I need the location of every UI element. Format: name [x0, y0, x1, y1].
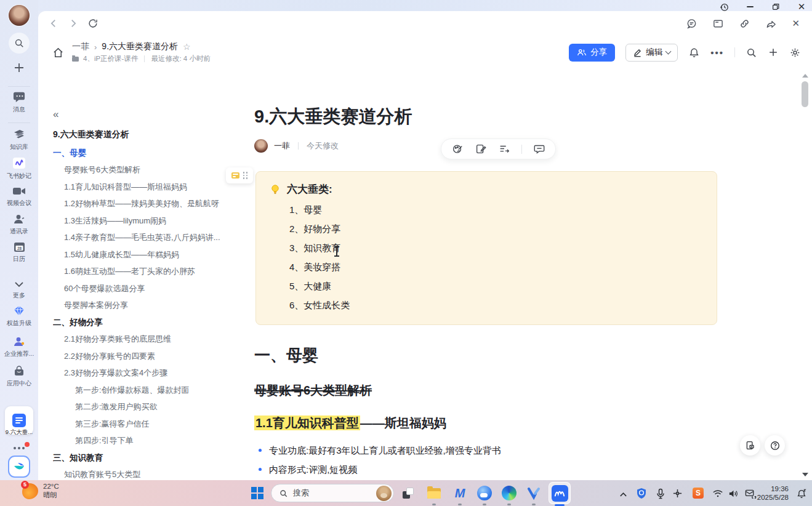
microphone-icon[interactable] — [656, 488, 665, 499]
author-name[interactable]: 一菲 — [274, 140, 290, 151]
browser-app-button[interactable] — [476, 485, 492, 501]
scrollbar-thumb[interactable] — [802, 81, 808, 107]
outline-item[interactable]: 1.5幼儿健康成长型——年糕妈妈 — [53, 246, 243, 263]
outline-title[interactable]: 9.六大垂类赛道分析 — [53, 129, 243, 140]
collapse-outline-icon[interactable]: « — [53, 108, 65, 121]
bullet-item[interactable]: 专业功底:最好有3年以上育儿或者职业经验,增强专业背书 — [259, 441, 812, 460]
outline-list-icon[interactable] — [498, 143, 510, 155]
plus-icon[interactable] — [768, 47, 779, 58]
outline-item[interactable]: 三、知识教育 — [53, 449, 243, 467]
rail-item-wiki[interactable]: 知识库 — [0, 129, 38, 151]
rail-item-messages[interactable]: 消息 — [0, 90, 38, 114]
forward-icon[interactable] — [68, 18, 79, 29]
outline-item[interactable]: 母婴脚本案例分享 — [53, 297, 243, 315]
outline-item[interactable]: 1.1育儿知识科普型——斯坦福妈妈 — [53, 179, 243, 196]
outline-item[interactable]: 1.6萌娃互动型——老丁头家的小胖苏 — [53, 263, 243, 281]
bullet-item[interactable]: 内容形式:评测,短视频 — [259, 460, 812, 479]
section-heading[interactable]: 一、母婴 — [254, 345, 812, 366]
h3-heading[interactable]: 1.1育儿知识科普型——斯坦福妈妈 — [254, 415, 812, 432]
mail-sync-icon[interactable] — [745, 488, 757, 499]
comments-icon[interactable] — [686, 18, 697, 30]
rail-more-apps[interactable] — [0, 441, 38, 453]
help-button[interactable] — [765, 435, 785, 456]
outline-item[interactable]: 知识教育账号5大类型 — [53, 467, 243, 481]
rail-item-calendar[interactable]: 28 日历 — [0, 241, 38, 263]
outline-item[interactable]: 2.3好物分享爆款文案4个步骤 — [53, 365, 243, 382]
mobile-preview-button[interactable] — [740, 435, 760, 456]
clock-widget[interactable]: 19:36 2025/5/28 — [757, 484, 789, 502]
rail-feishu-button[interactable] — [0, 457, 38, 476]
rail-item-upgrade[interactable]: 权益升级 — [0, 305, 38, 327]
doc-title[interactable]: 9.六大垂类赛道分析 — [254, 105, 812, 129]
share-forward-icon[interactable] — [765, 18, 777, 30]
callout-item[interactable]: 6、女性成长类 — [289, 295, 704, 315]
theme-palette-icon[interactable] — [451, 143, 464, 155]
sogou-ime-icon[interactable]: S — [693, 488, 704, 499]
callout-block-icon[interactable] — [231, 172, 239, 179]
rail-item-more[interactable]: 更多 — [0, 278, 38, 300]
outline-item[interactable]: 第三步:赢得客户信任 — [53, 416, 243, 433]
start-button[interactable] — [251, 487, 263, 499]
outline-item[interactable]: 母婴账号6大类型解析 — [53, 162, 243, 179]
outline-item[interactable]: 第二步:激发用户购买欲 — [53, 399, 243, 416]
file-explorer-button[interactable] — [426, 485, 442, 501]
gear-icon[interactable] — [789, 47, 801, 58]
callout-item[interactable]: 3、知识教育 — [289, 238, 704, 257]
rail-item-minutes[interactable]: 飞书妙记 — [0, 156, 38, 180]
drag-handle-icon[interactable] — [243, 172, 248, 179]
security-shield-icon[interactable] — [636, 488, 647, 499]
edge-button[interactable] — [501, 485, 517, 501]
scroll-up-arrow[interactable] — [802, 74, 808, 78]
rail-item-contacts[interactable]: 通讯录 — [0, 213, 38, 236]
rail-search-button[interactable] — [0, 33, 38, 54]
rail-doc-shortcut[interactable]: 9.六大垂... — [5, 406, 33, 435]
callout-item[interactable]: 5、大健康 — [289, 276, 704, 295]
folder-path[interactable]: 4、iP正价课-课件 — [83, 54, 138, 63]
task-view-button[interactable] — [400, 485, 416, 501]
user-avatar[interactable] — [0, 5, 38, 28]
back-icon[interactable] — [48, 18, 59, 29]
wifi-icon[interactable] — [712, 488, 723, 499]
outline-item[interactable]: 一、母婴 — [53, 145, 243, 162]
close-tab-icon[interactable]: ✕ — [792, 18, 800, 29]
maximize-button[interactable] — [769, 1, 782, 13]
more-options-icon[interactable]: ••• — [710, 47, 724, 58]
history-icon[interactable] — [717, 1, 731, 13]
taskbar-search[interactable]: 搜索 — [271, 484, 394, 502]
ime-plus-icon[interactable] — [672, 488, 683, 499]
outline-item[interactable]: 二、好物分享 — [53, 314, 243, 331]
refresh-icon[interactable] — [87, 18, 98, 29]
share-button[interactable]: 分享 — [569, 44, 615, 62]
tray-expand-button[interactable] — [619, 489, 627, 500]
star-icon[interactable]: ☆ — [183, 42, 191, 52]
rail-add-button[interactable] — [0, 62, 38, 74]
comment-icon[interactable] — [533, 143, 545, 155]
minimize-button[interactable] — [743, 1, 757, 13]
outline-item[interactable]: 1.4亲子教育型——毛毛虫英语,八斤妈妈讲... — [53, 230, 243, 247]
rail-item-recommend[interactable]: 企业推荐... — [0, 335, 38, 358]
callout-block[interactable]: 六大垂类: 1、母婴2、好物分享3、知识教育4、美妆穿搭5、大健康6、女性成长类 — [255, 171, 717, 325]
outline-item[interactable]: 2.1好物分享类账号的底层思维 — [53, 331, 243, 348]
callout-item[interactable]: 2、好物分享 — [289, 219, 704, 238]
volume-icon[interactable] — [728, 488, 739, 499]
outline-item[interactable]: 60个母婴爆款选题分享 — [53, 280, 243, 297]
callout-item[interactable]: 4、美妆穿搭 — [289, 257, 704, 276]
sub-heading-strikethrough[interactable]: 母婴账号6大类型解析 — [254, 382, 812, 399]
weather-widget[interactable]: 5 22°C晴朗 — [22, 483, 59, 499]
search-icon[interactable] — [746, 47, 757, 58]
breadcrumb-user[interactable]: 一菲 — [72, 41, 89, 52]
close-window-button[interactable]: ✕ — [795, 1, 808, 13]
outline-item[interactable]: 第四步:引导下单 — [53, 433, 243, 450]
vertical-scrollbar[interactable] — [802, 74, 809, 478]
callout-item[interactable]: 1、母婴 — [289, 200, 704, 219]
blue-v-app-button[interactable] — [526, 485, 542, 501]
link-icon[interactable] — [739, 18, 750, 30]
outline-item[interactable]: 第一步:创作爆款标题、爆款封面 — [53, 382, 243, 399]
outline-item[interactable]: 1.2好物种草型——辣妈美美好物、是航航呀 — [53, 196, 243, 213]
active-app-button[interactable] — [549, 482, 571, 504]
home-icon[interactable] — [52, 46, 65, 59]
mail-app-button[interactable]: M — [452, 485, 468, 501]
banner-icon[interactable] — [712, 18, 724, 30]
outline-item[interactable]: 2.2好物分享账号的四要素 — [53, 348, 243, 365]
scroll-down-arrow[interactable] — [802, 473, 808, 476]
